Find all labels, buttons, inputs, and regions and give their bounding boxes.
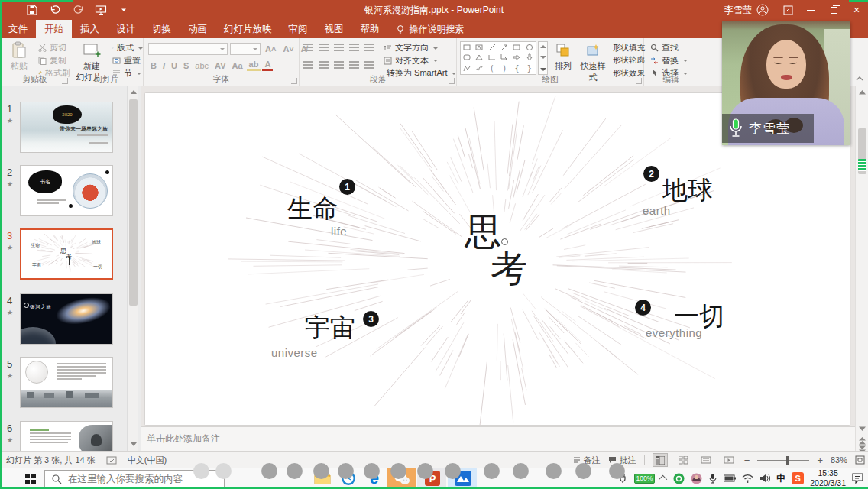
scroll-down-button[interactable]	[856, 423, 868, 435]
topic-badge-4[interactable]: 4	[635, 300, 651, 316]
find-button[interactable]: 查找	[650, 42, 696, 53]
highlight-color-button[interactable]: ab	[247, 60, 261, 71]
grow-font-button[interactable]: A˄	[263, 44, 278, 53]
topic-zh-earth[interactable]: 地球	[662, 177, 713, 202]
topic-zh-universe[interactable]: 宇宙	[305, 315, 355, 340]
normal-view-button[interactable]	[653, 453, 668, 467]
slide-thumbnail-1[interactable]: 2020 带你来一场星际之旅	[20, 102, 113, 153]
paste-button[interactable]: 粘贴	[2, 40, 37, 72]
notes-placeholder[interactable]: 单击此处添加备注	[147, 432, 220, 445]
slide-thumbnail-4[interactable]: 银河之旅	[20, 293, 113, 345]
layout-button[interactable]: 版式	[112, 42, 143, 53]
start-button[interactable]	[23, 472, 38, 486]
tab-help[interactable]: 帮助	[352, 20, 388, 38]
drawing-dialog-launcher[interactable]	[636, 78, 642, 84]
replace-button[interactable]: 替换	[650, 55, 696, 66]
increase-indent-button[interactable]	[349, 44, 359, 51]
close-button[interactable]: ×	[845, 0, 868, 20]
decrease-indent-button[interactable]	[334, 44, 344, 51]
slide-show-view-button[interactable]	[721, 453, 737, 467]
text-shadow-button[interactable]: abc	[193, 61, 211, 70]
battery-percent-badge[interactable]: 100%	[634, 474, 656, 484]
user-avatar-tray-icon[interactable]	[691, 473, 702, 484]
zoom-out-button[interactable]: −	[744, 455, 750, 466]
collapse-ribbon-icon[interactable]	[856, 76, 865, 83]
zoom-slider-thumb[interactable]	[786, 456, 789, 465]
tab-view[interactable]: 视图	[316, 20, 352, 38]
tab-file[interactable]: 文件	[0, 20, 36, 38]
language-indicator[interactable]: 中文(中国)	[128, 455, 167, 466]
tab-insert[interactable]: 插入	[72, 20, 108, 38]
reset-button[interactable]: 重置	[112, 55, 143, 66]
thumbnail-scrollbar[interactable]	[127, 86, 138, 451]
text-direction-button[interactable]: 文字方向	[384, 42, 456, 53]
volume-tray-icon[interactable]	[760, 474, 770, 483]
tab-animations[interactable]: 动画	[180, 20, 215, 38]
ime-indicator[interactable]: 中	[776, 472, 785, 485]
tell-me-search[interactable]: 操作说明搜索	[388, 20, 472, 38]
zoom-level[interactable]: 83%	[831, 455, 847, 465]
slide-scrollbar[interactable]	[855, 86, 868, 451]
thumb-scroll-down-button[interactable]	[128, 439, 138, 450]
shape-fill-button[interactable]: 形状填充	[610, 42, 643, 53]
shapes-gallery[interactable]: ( ) { }	[460, 41, 536, 75]
slide-thumbnail-6[interactable]	[20, 421, 113, 451]
action-center-icon[interactable]	[852, 473, 863, 484]
slide-center-text-si[interactable]: 思	[465, 214, 501, 251]
columns-button[interactable]	[364, 61, 374, 69]
topic-en-universe[interactable]: universe	[271, 346, 318, 359]
customize-qat-icon[interactable]	[118, 4, 130, 16]
change-case-button[interactable]: Aa	[230, 61, 245, 70]
antivirus-tray-icon[interactable]	[673, 473, 685, 484]
topic-badge-1[interactable]: 1	[339, 179, 355, 195]
slide-center-text-kao[interactable]: 考	[491, 251, 527, 287]
redo-icon[interactable]	[72, 4, 84, 16]
copy-button[interactable]: 复制	[38, 55, 70, 66]
italic-button[interactable]: I	[160, 61, 167, 70]
slide-thumbnail-3-selected[interactable]: 思 考 生命 地球 宇宙 一切	[20, 228, 113, 280]
ribbon-display-options-button[interactable]	[776, 0, 799, 20]
align-left-button[interactable]	[303, 61, 313, 69]
topic-badge-2[interactable]: 2	[643, 166, 659, 182]
slide-sorter-view-button[interactable]	[675, 453, 691, 467]
scroll-up-button[interactable]	[856, 86, 868, 99]
paragraph-dialog-launcher[interactable]	[449, 78, 455, 84]
tab-slideshow[interactable]: 幻灯片放映	[215, 20, 280, 38]
slide-thumbnail-5[interactable]	[20, 357, 113, 408]
shrink-font-button[interactable]: A˅	[280, 44, 296, 53]
clipboard-dialog-launcher[interactable]	[62, 78, 68, 84]
align-text-button[interactable]: 对齐文本	[384, 55, 456, 66]
start-slideshow-icon[interactable]	[95, 4, 107, 16]
tab-review[interactable]: 审阅	[280, 20, 316, 38]
align-right-button[interactable]	[334, 61, 344, 69]
font-name-combo[interactable]	[148, 43, 228, 55]
topic-badge-3[interactable]: 3	[363, 311, 379, 327]
bold-button[interactable]: B	[148, 61, 159, 70]
arrange-button[interactable]: 排列	[550, 40, 576, 72]
font-dialog-launcher[interactable]	[291, 78, 297, 84]
signed-in-user[interactable]: 李雪莹	[724, 4, 769, 17]
notes-pane[interactable]: 单击此处添加备注	[141, 426, 855, 451]
line-spacing-button[interactable]	[364, 44, 374, 51]
topic-zh-everything[interactable]: 一切	[674, 303, 724, 329]
thumb-scroll-up-button[interactable]	[128, 87, 138, 98]
tray-overflow-chevron-icon[interactable]	[659, 475, 667, 484]
slide-thumbnail-2[interactable]: 书名	[20, 165, 113, 216]
topic-zh-life[interactable]: 生命	[287, 196, 338, 221]
fit-to-window-icon[interactable]	[855, 455, 865, 465]
zoom-slider[interactable]	[757, 460, 809, 461]
shapes-gallery-scroll[interactable]	[538, 41, 548, 75]
topic-en-life[interactable]: life	[331, 225, 347, 238]
microphone-tray-icon[interactable]	[708, 473, 717, 484]
webcam-overlay[interactable]: 李雪莹	[722, 21, 850, 145]
topic-en-everything[interactable]: everything	[646, 326, 702, 339]
cut-button[interactable]: 剪切	[38, 42, 70, 53]
align-center-button[interactable]	[319, 61, 329, 69]
accessibility-check-icon[interactable]	[106, 456, 117, 465]
tab-home[interactable]: 开始	[36, 20, 72, 38]
search-input[interactable]	[68, 474, 213, 484]
tab-design[interactable]: 设计	[108, 20, 144, 38]
reading-view-button[interactable]	[698, 453, 714, 467]
tab-transitions[interactable]: 切换	[144, 20, 180, 38]
wifi-tray-icon[interactable]	[742, 474, 753, 483]
